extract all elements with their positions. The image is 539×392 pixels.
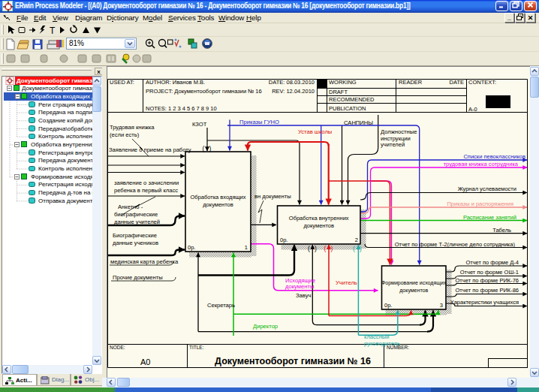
svg-text:документы: документы [285,283,314,290]
svg-text:Завуч: Завуч [296,292,311,299]
svg-text:WORKING: WORKING [329,79,357,86]
svg-text:DRAFT: DRAFT [329,89,348,95]
svg-text:документов: документов [303,222,334,229]
svg-text:): ) [315,245,317,252]
svg-text:A0: A0 [140,357,150,366]
svg-text:заявление о зачислении: заявление о зачислении [114,179,179,186]
svg-text:Приказы ГУНО: Приказы ГУНО [239,119,279,125]
svg-text:Характеристики учащихся: Характеристики учащихся [450,299,519,306]
svg-text:Учитель: Учитель [336,279,357,286]
svg-text:Прочие документы: Прочие документы [113,274,163,281]
svg-text:САНПИНЫ: САНПИНЫ [344,119,373,126]
svg-text:Табель: Табель [492,227,511,234]
svg-text:Списки певоклассников: Списки певоклассников [463,153,525,160]
svg-text:0р.: 0р. [188,244,195,251]
svg-text:CONTEXT:: CONTEXT: [468,79,496,86]
svg-text:): ) [331,245,333,252]
svg-text:Секретарь: Секретарь [207,302,235,309]
svg-text:Устав школы: Устав школы [298,128,332,135]
svg-text:PROJECT: Документооборот гимн: PROJECT: Документооборот гимназии № 16 [146,88,262,95]
svg-text:REV: 12.04.2010: REV: 12.04.2010 [272,88,315,95]
svg-text:КЗОТ: КЗОТ [192,121,207,128]
svg-text:Расписание занятий: Расписание занятий [463,214,516,221]
svg-text:учителей: учителей [381,141,405,148]
svg-text:Документооборот гимназии № 16: Документооборот гимназии № 16 [215,356,371,366]
svg-text:RECOMMENDED: RECOMMENDED [329,96,375,103]
svg-text:документов: документов [203,201,233,208]
svg-text:Биографические: Биографические [113,232,157,239]
svg-text:Отчет по форме ОШ-1: Отчет по форме ОШ-1 [460,269,519,276]
svg-text:DATE: 08.03.2010: DATE: 08.03.2010 [269,79,315,86]
svg-text:биографические: биографические [114,211,158,218]
svg-text:Формирование исходящих: Формирование исходящих [381,280,447,286]
svg-text:трудовая книжка сотрудника: трудовая книжка сотрудника [444,161,519,167]
svg-text:2: 2 [355,237,358,243]
svg-text:данные учеников: данные учеников [113,240,158,246]
svg-text:Отчет по форме Т-2(личное дело: Отчет по форме Т-2(личное дело сотрудник… [395,241,516,248]
svg-text:Обработка входящих: Обработка входящих [190,194,245,201]
svg-text:мединская карта ребенка: мединская карта ребенка [110,258,179,265]
svg-text:(: ( [353,245,355,252]
svg-text:(если есть): (если есть) [110,131,140,138]
svg-text:READER: READER [399,79,423,86]
svg-text:документов: документов [399,288,428,294]
svg-text:NOTES: 1 2 3 4 5 6 7 8: NOTES: 1 2 3 4 5 6 7 8 9 10 [146,105,217,112]
svg-text:данные учителей: данные учителей [114,219,160,225]
svg-text:(: ( [308,245,310,252]
svg-text:Анкетно -: Анкетно - [118,204,143,210]
svg-text:A-0: A-0 [468,106,477,113]
svg-text:Заявление о приеме на работу: Заявление о приеме на работу [109,146,191,153]
svg-text:ребенка в первый класс: ребенка в первый класс [114,187,178,194]
svg-text:(: ( [203,145,205,152]
svg-text:вн документы: вн документы [254,193,291,200]
svg-text:T: T [50,26,56,36]
svg-text:USED AT:: USED AT: [110,79,134,86]
svg-text:Журнал услеваемости: Журнал услеваемости [458,185,516,192]
svg-text:DATE: DATE [450,79,464,86]
svg-text:): ) [209,145,212,152]
svg-text:3: 3 [440,302,443,309]
svg-text:Обработка внутренних: Обработка внутренних [289,215,349,222]
svg-text:TITLE:: TITLE: [189,345,204,350]
svg-text:Отчет по форме Д-4: Отчет по форме Д-4 [465,259,519,266]
svg-text:Отчет по форме РИК-76: Отчет по форме РИК-76 [456,277,519,284]
svg-text:): ) [360,245,362,252]
svg-text:(: ( [324,245,327,252]
svg-text:руководитель: руководитель [364,340,400,347]
svg-text:Отчет по форме РИК-86: Отчет по форме РИК-86 [456,287,519,294]
svg-text:1: 1 [245,244,248,251]
svg-text:Директор: Директор [253,323,278,330]
svg-text:0р.: 0р. [384,302,392,309]
svg-text:0р.: 0р. [280,237,288,243]
svg-text:Трудовая книжка: Трудовая книжка [110,124,155,131]
svg-text:Приказы и распоряжения: Приказы и распоряжения [447,201,513,207]
svg-text:PUBLICATION: PUBLICATION [329,105,366,112]
svg-text:NODE:: NODE: [110,345,125,350]
svg-text:AUTHOR: Иванов М.В.: AUTHOR: Иванов М.В. [146,79,205,86]
